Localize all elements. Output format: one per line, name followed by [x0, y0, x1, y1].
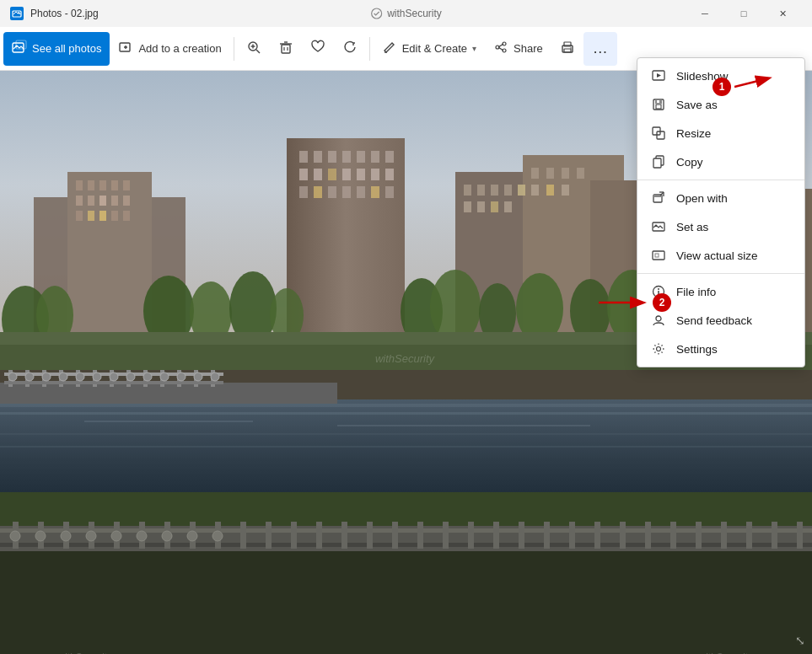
svg-rect-156	[316, 522, 322, 549]
svg-rect-197	[653, 158, 661, 168]
menu-save-as-label: Save as	[676, 99, 718, 111]
svg-rect-164	[519, 522, 524, 549]
svg-rect-46	[328, 151, 336, 163]
svg-point-18	[503, 49, 506, 52]
svg-rect-75	[546, 168, 554, 179]
svg-rect-167	[594, 522, 600, 549]
dropdown-menu: Slideshow Save as Resize Copy Open with …	[637, 57, 805, 367]
favorite-button[interactable]	[302, 32, 334, 66]
svg-rect-11	[282, 45, 290, 53]
svg-rect-77	[577, 168, 584, 179]
svg-rect-54	[342, 169, 351, 180]
svg-rect-155	[291, 522, 297, 549]
svg-rect-84	[562, 185, 569, 196]
svg-rect-71	[491, 185, 498, 196]
svg-point-176	[10, 531, 20, 541]
svg-rect-57	[385, 169, 394, 180]
maximize-button[interactable]: □	[724, 0, 763, 27]
resize-handle[interactable]: ⤡	[795, 634, 805, 647]
svg-line-8	[256, 50, 260, 53]
minimize-button[interactable]: ─	[686, 0, 724, 27]
svg-rect-142	[0, 528, 812, 533]
svg-point-129	[59, 373, 67, 381]
slideshow-icon	[651, 68, 666, 83]
svg-point-126	[8, 373, 17, 381]
svg-rect-109	[0, 446, 812, 448]
svg-point-138	[211, 373, 219, 381]
menu-send-feedback-label: Send feedback	[676, 314, 752, 327]
menu-set-as-label: Set as	[676, 221, 708, 233]
svg-rect-80	[491, 201, 498, 212]
add-to-creation-button[interactable]: Add to a creation	[110, 32, 229, 66]
svg-rect-106	[84, 421, 253, 422]
edit-create-button[interactable]: Edit & Create ▾	[374, 32, 485, 66]
menu-item-save-as[interactable]: Save as	[637, 90, 804, 119]
edit-chevron-icon: ▾	[472, 44, 476, 53]
menu-separator-1	[637, 180, 804, 180]
svg-rect-159	[392, 522, 398, 549]
more-dots-icon: …	[593, 40, 608, 57]
file-info-icon	[651, 284, 666, 299]
print-button[interactable]	[551, 32, 583, 66]
svg-point-183	[187, 531, 197, 541]
rotate-button[interactable]	[334, 32, 366, 66]
svg-rect-206	[655, 254, 659, 257]
settings-icon	[651, 341, 666, 356]
svg-rect-62	[357, 186, 365, 198]
svg-rect-37	[123, 196, 130, 206]
set-as-icon	[651, 219, 666, 234]
svg-text:withSecurity: withSecurity	[375, 352, 436, 365]
menu-item-copy[interactable]: Copy	[637, 147, 804, 176]
menu-item-resize[interactable]: Resize	[637, 119, 804, 147]
svg-rect-168	[620, 522, 626, 549]
title-bar: Photos - 02.jpg withSecurity ─ □ ✕	[0, 0, 812, 27]
svg-rect-69	[464, 185, 471, 196]
add-to-creation-label: Add to a creation	[138, 42, 221, 55]
svg-point-127	[25, 373, 34, 381]
svg-point-135	[160, 373, 169, 381]
svg-point-179	[86, 531, 96, 541]
svg-point-182	[162, 531, 172, 541]
svg-rect-162	[468, 522, 474, 549]
menu-item-slideshow[interactable]: Slideshow	[637, 62, 804, 90]
svg-rect-81	[504, 201, 512, 212]
menu-item-set-as[interactable]: Set as	[637, 212, 804, 241]
svg-rect-39	[88, 211, 94, 221]
menu-item-send-feedback[interactable]: Send feedback	[637, 306, 804, 335]
menu-item-view-actual-size[interactable]: View actual size	[637, 241, 804, 270]
svg-rect-76	[562, 168, 569, 179]
svg-point-184	[212, 531, 223, 541]
svg-marker-189	[657, 73, 661, 78]
delete-button[interactable]	[270, 32, 302, 66]
svg-rect-125	[4, 381, 223, 384]
svg-rect-165	[544, 522, 550, 549]
menu-view-actual-size-label: View actual size	[676, 249, 758, 262]
menu-item-settings[interactable]: Settings	[637, 335, 804, 363]
heart-icon	[310, 40, 325, 58]
svg-rect-173	[746, 522, 752, 549]
zoom-in-button[interactable]	[238, 32, 270, 66]
menu-item-file-info[interactable]: File info	[637, 277, 804, 306]
copy-icon	[651, 154, 666, 169]
svg-rect-163	[493, 522, 499, 549]
menu-file-info-label: File info	[676, 286, 716, 298]
share-icon	[493, 40, 508, 58]
svg-rect-63	[371, 186, 379, 198]
svg-rect-61	[342, 186, 351, 198]
edit-create-label: Edit & Create	[402, 42, 467, 55]
svg-rect-45	[314, 151, 322, 163]
see-all-photos-button[interactable]: See all photos	[3, 32, 110, 66]
svg-rect-78	[464, 201, 471, 212]
svg-point-132	[110, 373, 118, 381]
menu-separator-2	[637, 273, 804, 274]
svg-rect-193	[657, 100, 659, 103]
menu-open-with-label: Open with	[676, 192, 728, 205]
more-options-button[interactable]: …	[583, 32, 617, 66]
close-button[interactable]: ✕	[763, 0, 802, 27]
svg-point-128	[42, 373, 51, 381]
share-button[interactable]: Share	[485, 32, 551, 66]
svg-rect-143	[0, 543, 812, 547]
svg-point-134	[143, 373, 152, 381]
svg-rect-35	[99, 196, 106, 206]
menu-item-open-with[interactable]: Open with	[637, 184, 804, 212]
